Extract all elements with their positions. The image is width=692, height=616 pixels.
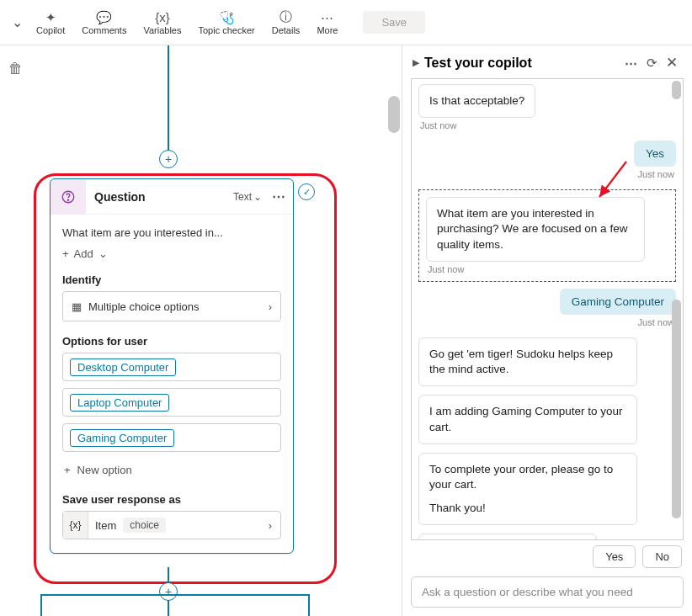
- flow-connector: [40, 594, 42, 616]
- node-more-menu[interactable]: ⋯: [265, 189, 293, 204]
- test-copilot-panel: ▶ Test your copilot ⋯ ⟳ ✕ Is that accept…: [402, 45, 692, 616]
- toolbar-variables[interactable]: {x} Variables: [135, 7, 189, 39]
- user-message: Yes: [634, 141, 676, 167]
- flow-connector: [308, 594, 310, 616]
- bot-message: To complete your order, please go to you…: [418, 453, 637, 526]
- add-node-button[interactable]: +: [159, 582, 178, 601]
- suggested-replies: Yes No: [411, 540, 684, 573]
- question-text[interactable]: What item are you interested in...: [62, 226, 281, 239]
- question-icon: [51, 179, 86, 215]
- topic-checker-icon: 🩺: [219, 10, 235, 25]
- comments-icon: 💬: [96, 10, 112, 25]
- chat-transcript[interactable]: Is that acceptable? Just now Yes Just no…: [411, 78, 684, 540]
- toolbar-label: More: [317, 25, 338, 35]
- toolbar-more[interactable]: ⋯ More: [308, 7, 346, 39]
- canvas-scrollbar[interactable]: [388, 96, 400, 133]
- details-icon: ⓘ: [279, 10, 292, 25]
- chat-scrollbar[interactable]: [672, 81, 681, 99]
- toolbar-copilot[interactable]: ✦ Copilot: [28, 7, 73, 39]
- user-message: Gaming Computer: [560, 289, 676, 315]
- toolbar-chevron-icon[interactable]: ⌄: [7, 14, 28, 30]
- variable-name: Item: [88, 519, 123, 532]
- variable-type: choice: [123, 518, 166, 533]
- plus-icon: +: [62, 247, 69, 260]
- bot-message: I am adding Gaming Computer to your cart…: [418, 395, 637, 443]
- toolbar-comments[interactable]: 💬 Comments: [73, 7, 135, 39]
- identify-selector[interactable]: ▦ Multiple choice options ›: [62, 291, 281, 321]
- variables-icon: {x}: [155, 10, 170, 25]
- toolbar-topic-checker[interactable]: 🩺 Topic checker: [189, 7, 263, 39]
- node-title: Question: [86, 190, 233, 204]
- option-chip[interactable]: Desktop Computer: [70, 358, 176, 376]
- chat-scrollbar[interactable]: [672, 300, 681, 518]
- option-row[interactable]: Desktop Computer: [62, 353, 281, 381]
- new-option-button[interactable]: +New option: [62, 459, 281, 481]
- option-chip[interactable]: Gaming Computer: [70, 429, 174, 447]
- flow-connector: [40, 594, 310, 596]
- collapse-panel-icon[interactable]: ▶: [413, 57, 419, 68]
- plus-icon: +: [64, 464, 71, 476]
- toolbar-label: Details: [272, 25, 301, 35]
- option-chip[interactable]: Laptop Computer: [70, 394, 169, 412]
- options-label: Options for user: [62, 335, 281, 348]
- bot-message: Is that acceptable?: [418, 84, 535, 118]
- variable-selector[interactable]: {x} Item choice ›: [62, 511, 281, 539]
- timestamp: Just now: [638, 317, 674, 327]
- copilot-icon: ✦: [45, 10, 56, 25]
- bot-message: Go get 'em tiger! Sudoku helps keep the …: [418, 337, 637, 386]
- panel-title: Test your copilot: [424, 56, 620, 71]
- suggestion-button[interactable]: No: [642, 545, 682, 568]
- chevron-right-icon: ›: [269, 519, 280, 532]
- more-icon: ⋯: [321, 10, 333, 25]
- close-icon[interactable]: ✕: [662, 54, 682, 72]
- toolbar-label: Topic checker: [198, 25, 254, 35]
- add-node-button[interactable]: +: [159, 150, 178, 168]
- identify-value: Multiple choice options: [88, 300, 200, 313]
- top-toolbar: ⌄ ✦ Copilot 💬 Comments {x} Variables 🩺 T…: [0, 0, 692, 45]
- tracked-turn[interactable]: What item are you interested in purchasi…: [418, 189, 676, 282]
- save-response-label: Save user response as: [62, 493, 281, 506]
- add-message-button[interactable]: +Add⌄: [62, 247, 281, 260]
- flow-connector: [168, 45, 169, 159]
- save-button[interactable]: Save: [363, 11, 425, 34]
- chevron-right-icon: ›: [269, 300, 272, 313]
- refresh-icon[interactable]: ⟳: [642, 56, 662, 71]
- question-node[interactable]: Question Text ⌄ ⋯ What item are you inte…: [50, 178, 294, 554]
- toolbar-label: Variables: [143, 25, 181, 35]
- variable-icon: {x}: [63, 512, 88, 539]
- grid-icon: ▦: [72, 300, 82, 313]
- trash-icon[interactable]: 🗑: [8, 61, 23, 77]
- option-row[interactable]: Laptop Computer: [62, 388, 281, 417]
- chevron-down-icon: ⌄: [253, 191, 262, 203]
- bot-message: What item are you interested in purchasi…: [426, 197, 645, 262]
- identify-label: Identify: [62, 273, 281, 286]
- node-validated-icon: ✓: [298, 183, 315, 200]
- timestamp: Just now: [420, 120, 456, 130]
- toolbar-label: Comments: [82, 25, 126, 35]
- toolbar-details[interactable]: ⓘ Details: [263, 7, 309, 39]
- timestamp: Just now: [638, 169, 674, 179]
- suggestion-button[interactable]: Yes: [593, 545, 636, 568]
- svg-point-1: [67, 199, 68, 200]
- panel-more-menu[interactable]: ⋯: [620, 56, 642, 71]
- chat-input[interactable]: Ask a question or describe what you need: [411, 576, 684, 608]
- chevron-down-icon: ⌄: [98, 247, 108, 260]
- timestamp: Just now: [428, 264, 667, 274]
- node-type-dropdown[interactable]: Text ⌄: [233, 191, 265, 203]
- bot-message: Did that answer your question?: [418, 534, 597, 540]
- option-row[interactable]: Gaming Computer: [62, 423, 281, 452]
- authoring-canvas[interactable]: 🗑 + ✓ Question Text ⌄ ⋯ What item are yo…: [0, 45, 402, 616]
- toolbar-label: Copilot: [36, 25, 65, 35]
- node-header: Question Text ⌄ ⋯: [51, 179, 293, 215]
